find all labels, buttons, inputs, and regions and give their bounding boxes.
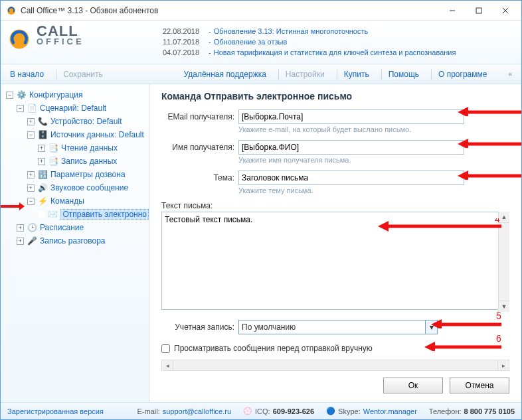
- tree-node-device[interactable]: +📞Устройство: Default: [1, 115, 149, 128]
- status-email-link[interactable]: support@calloffice.ru: [163, 407, 231, 415]
- tree-label: Конфигурация: [29, 90, 83, 100]
- status-skype-link[interactable]: Wentor.manager: [363, 407, 417, 415]
- subject-hint: Укажите тему письма.: [238, 186, 509, 194]
- document-icon: 📄: [27, 103, 37, 113]
- toolbar-remote-support[interactable]: Удалённая поддержка: [184, 70, 266, 79]
- toolbar-save[interactable]: Сохранить: [63, 70, 103, 79]
- news-link[interactable]: Обновление за отзыв: [214, 38, 288, 46]
- subject-input[interactable]: [238, 171, 464, 185]
- body-textarea[interactable]: [161, 212, 509, 310]
- scroll-left-icon[interactable]: ◂: [162, 360, 173, 370]
- status-registered[interactable]: Зарегистрированная версия: [7, 407, 104, 415]
- tree-label: Параметры дозвона: [50, 170, 126, 179]
- separator: [337, 69, 337, 80]
- preview-label: Просматривать сообщения перед отправкой …: [174, 344, 373, 353]
- tree-label: Источник данных: Default: [50, 130, 144, 139]
- name-label: Имя получателя:: [161, 143, 234, 152]
- scroll-right-icon[interactable]: ▸: [497, 360, 509, 370]
- toolbar: В начало Сохранить Удалённая поддержка Н…: [1, 64, 521, 84]
- cancel-button[interactable]: Отмена: [450, 378, 509, 393]
- tree-label: Отправить электронно: [60, 209, 149, 220]
- news-block: 22.08.2018 11.07.2018 04.07.2018 -Обновл…: [163, 26, 456, 58]
- news-dates: 22.08.2018 11.07.2018 04.07.2018: [163, 26, 199, 58]
- svg-rect-2: [476, 8, 481, 13]
- tree-node-schedule[interactable]: +🕒Расписание: [1, 221, 149, 234]
- tree-label: Запись разговора: [40, 236, 105, 245]
- brand: CALLOFFICE: [37, 25, 149, 45]
- news-link[interactable]: Обновление 3.13: Истинная многопоточност…: [214, 27, 368, 35]
- annotation-arrow-tree: [1, 201, 25, 212]
- phone-icon: 📞: [37, 116, 48, 127]
- news-date: 22.08.2018: [163, 26, 199, 36]
- status-phone-label: Телефон:: [429, 407, 462, 415]
- clock-icon: 🕒: [27, 222, 37, 233]
- tree: −⚙️Конфигурация −📄Сценарий: Default +📞Ус…: [1, 88, 149, 247]
- toolbar-home[interactable]: В начало: [10, 70, 44, 79]
- toolbar-settings[interactable]: Настройки: [286, 70, 325, 79]
- tree-label: Звуковое сообщение: [50, 183, 128, 192]
- tree-node-audio-message[interactable]: +🔊Звуковое сообщение: [1, 181, 149, 194]
- news-date: 11.07.2018: [163, 36, 199, 47]
- account-value: По умолчанию: [242, 322, 296, 332]
- panel-heading: Команда Отправить электронное письмо: [161, 91, 509, 102]
- news-links: -Обновление 3.13: Истинная многопоточнос…: [209, 26, 456, 58]
- email-input[interactable]: [238, 109, 464, 124]
- logo-icon: [7, 27, 31, 51]
- status-skype-label: Skype:: [338, 407, 361, 415]
- database-icon: 🗄️: [37, 129, 48, 140]
- content-panel: Команда Отправить электронное письмо EMa…: [149, 84, 521, 402]
- chevron-down-icon[interactable]: ▾: [425, 320, 437, 334]
- horizontal-scrollbar[interactable]: ◂ ▸: [161, 360, 509, 371]
- tree-label: Команды: [50, 196, 84, 206]
- header: CALLOFFICE 22.08.2018 11.07.2018 04.07.2…: [1, 21, 521, 64]
- tree-node-read-data[interactable]: +📑Чтение данных: [1, 141, 149, 155]
- scroll-down-icon[interactable]: ▼: [499, 301, 509, 312]
- tree-node-write-data[interactable]: +📑Запись данных: [1, 155, 149, 168]
- tree-label: Устройство: Default: [50, 117, 122, 126]
- tree-node-dial-params[interactable]: +🔢Параметры дозвона: [1, 168, 149, 181]
- main: −⚙️Конфигурация −📄Сценарий: Default +📞Ус…: [1, 84, 521, 402]
- skype-icon: 🔵: [326, 407, 335, 416]
- separator: [56, 69, 56, 80]
- brand-line2: OFFICE: [37, 38, 149, 46]
- textarea-scrollbar[interactable]: ▲ ▼: [498, 212, 509, 312]
- app-icon: [6, 5, 17, 16]
- table-icon: 📑: [48, 143, 58, 153]
- toolbar-buy[interactable]: Купить: [344, 70, 369, 79]
- name-hint: Укажите имя получателя письма.: [238, 156, 509, 164]
- status-email-label: E-mail:: [137, 407, 160, 415]
- separator: [278, 69, 279, 80]
- account-select[interactable]: По умолчанию ▾: [238, 320, 438, 334]
- toolbar-about[interactable]: О программе: [438, 70, 487, 79]
- preview-checkbox[interactable]: [161, 344, 170, 353]
- scroll-up-icon[interactable]: ▲: [499, 212, 509, 223]
- status-phone-value: 8 800 775 0105: [464, 407, 515, 415]
- tree-label: Сценарий: Default: [40, 104, 106, 113]
- hash-icon: 🔢: [37, 169, 48, 180]
- status-icq-label: ICQ:: [255, 407, 270, 415]
- tree-label: Запись данных: [61, 157, 117, 166]
- tree-node-config[interactable]: −⚙️Конфигурация: [1, 88, 149, 102]
- microphone-icon: 🎤: [27, 236, 37, 246]
- email-hint: Укажите e-mail, на который будет выслано…: [238, 125, 509, 133]
- name-input[interactable]: [238, 140, 464, 155]
- sidebar-collapse-icon[interactable]: «: [499, 70, 512, 78]
- tree-label: Расписание: [40, 223, 84, 232]
- gear-icon: ⚙️: [16, 90, 27, 100]
- mail-icon: ✉️: [48, 209, 58, 220]
- bolt-icon: ⚡: [37, 196, 48, 206]
- news-link[interactable]: Новая тарификация и статистика для ключе…: [214, 48, 456, 56]
- maximize-button[interactable]: [466, 2, 492, 19]
- account-label: Учетная запись:: [161, 322, 234, 332]
- minimize-button[interactable]: [439, 2, 466, 19]
- ok-button[interactable]: Ок: [383, 378, 443, 393]
- tree-node-datasource[interactable]: −🗄️Источник данных: Default: [1, 128, 149, 141]
- body-label: Текст письма:: [161, 201, 509, 210]
- close-button[interactable]: [492, 2, 519, 19]
- window-title: Call Office™ 3.13 - Обзвон абонентов: [21, 6, 439, 15]
- tree-node-recording[interactable]: +🎤Запись разговора: [1, 234, 149, 247]
- toolbar-help[interactable]: Помощь: [389, 70, 419, 79]
- tree-node-scenario[interactable]: −📄Сценарий: Default: [1, 102, 149, 115]
- table-icon: 📑: [48, 156, 58, 167]
- status-icq-value: 609-923-626: [273, 407, 314, 415]
